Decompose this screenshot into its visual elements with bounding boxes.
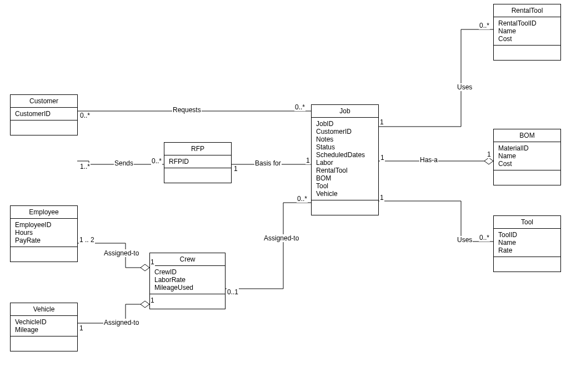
- mult: 0..*: [479, 22, 490, 29]
- class-attrs: VechicleID Mileage: [11, 316, 77, 336]
- class-vehicle: Vehicle VechicleID Mileage: [10, 303, 78, 351]
- svg-marker-0: [141, 264, 149, 271]
- class-attrs: JobID CustomerID Notes Status ScheduledD…: [312, 118, 378, 200]
- svg-marker-2: [484, 158, 493, 164]
- class-rfp: RFP RFPID: [164, 142, 232, 183]
- class-title: Employee: [11, 206, 77, 219]
- class-attrs: EmployeeID Hours PayRate: [11, 219, 77, 247]
- class-ops: [494, 170, 560, 185]
- mult: 0..*: [79, 112, 91, 119]
- mult: 0..*: [151, 157, 162, 165]
- class-title: Customer: [11, 95, 77, 108]
- rel-label-requests: Requests: [172, 106, 202, 114]
- class-title: Tool: [494, 216, 560, 229]
- class-crew: Crew CrewID LaborRate MileageUsed: [149, 253, 226, 309]
- rel-label-assigned-crew: Assigned-to: [263, 234, 299, 242]
- mult: 1: [379, 194, 384, 202]
- class-tool: Tool ToolID Name Rate: [493, 215, 561, 272]
- class-employee: Employee EmployeeID Hours PayRate: [10, 205, 78, 262]
- class-title: RFP: [164, 143, 231, 155]
- rel-label-uses-rental: Uses: [457, 83, 473, 91]
- class-attrs: ToolID Name Rate: [494, 229, 560, 257]
- class-attrs: CrewID LaborRate MileageUsed: [150, 266, 225, 294]
- mult: 1: [150, 258, 155, 266]
- class-attrs: RentalToolID Name Cost: [494, 17, 560, 46]
- svg-marker-1: [141, 301, 149, 308]
- class-attrs: RFPID: [164, 155, 231, 168]
- rel-label-assigned-veh: Assigned-to: [103, 319, 139, 326]
- mult: 1: [305, 157, 310, 164]
- rel-label-sends: Sends: [114, 159, 134, 167]
- connectors: [0, 0, 566, 392]
- class-ops: [150, 294, 225, 309]
- class-ops: [164, 168, 231, 183]
- class-title: Crew: [150, 253, 225, 266]
- class-ops: [494, 257, 560, 272]
- class-title: Job: [312, 105, 378, 118]
- mult: 1..*: [79, 163, 91, 170]
- mult: 1: [233, 165, 238, 173]
- class-title: BOM: [494, 129, 560, 142]
- mult: 0..*: [297, 195, 308, 203]
- rel-label-hasa: Has-a: [419, 156, 438, 164]
- mult: 1: [379, 118, 384, 126]
- mult: 1: [79, 324, 84, 332]
- class-attrs: MaterialID Name Cost: [494, 142, 560, 170]
- class-job: Job JobID CustomerID Notes Status Schedu…: [311, 104, 379, 215]
- class-ops: [494, 46, 560, 60]
- mult: 1: [487, 150, 492, 158]
- class-ops: [11, 247, 77, 262]
- rel-label-basisfor: Basis for: [254, 159, 282, 167]
- class-ops: [11, 120, 77, 135]
- rel-label-uses-tool: Uses: [457, 236, 473, 244]
- class-ops: [312, 200, 378, 215]
- class-ops: [11, 336, 77, 351]
- rel-label-assigned-emp: Assigned-to: [103, 249, 139, 257]
- class-attrs: CustomerID: [11, 108, 77, 120]
- mult: 0..*: [479, 234, 490, 242]
- class-rentaltool: RentalTool RentalToolID Name Cost: [493, 4, 561, 61]
- mult: 1: [150, 296, 155, 304]
- mult: 0..1: [227, 288, 239, 296]
- class-customer: Customer CustomerID: [10, 94, 78, 135]
- class-title: RentalTool: [494, 4, 560, 17]
- class-title: Vehicle: [11, 303, 77, 316]
- class-bom: BOM MaterialID Name Cost: [493, 129, 561, 185]
- mult: 1 .. 2: [79, 236, 95, 244]
- mult: 1: [380, 154, 385, 162]
- mult: 0..*: [294, 103, 305, 111]
